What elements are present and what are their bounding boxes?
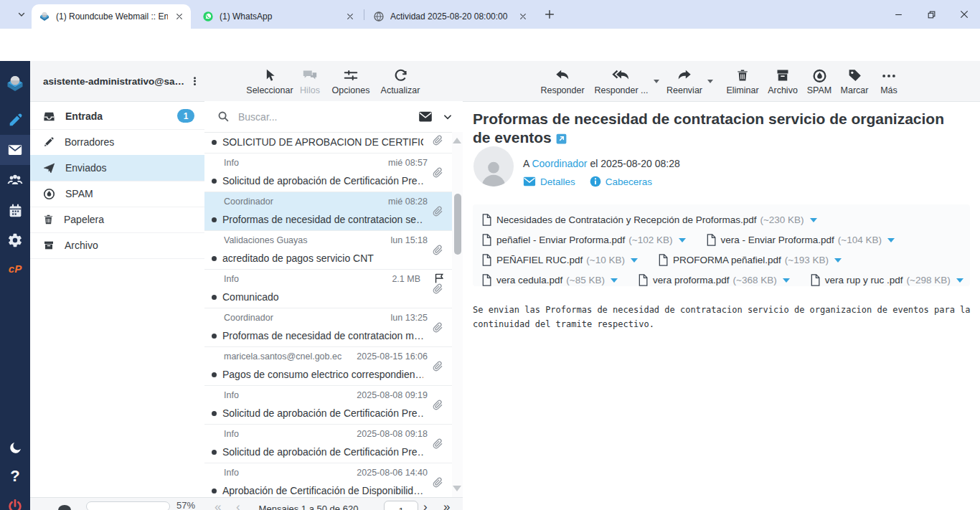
folder-sent[interactable]: Enviados [30,155,204,181]
unread-indicator [212,295,217,300]
message-row-selected[interactable]: Coordinadormié 08:28 Proformas de necesi… [204,192,452,231]
first-page-button[interactable]: « [215,500,220,510]
attachment-paperclip-icon [432,244,443,256]
page-number-input[interactable] [384,501,418,510]
threads-icon [292,66,328,83]
attachment-menu-caret[interactable] [810,218,817,222]
next-page-button[interactable]: › [423,500,427,510]
search-scope-envelope-icon[interactable] [418,111,433,123]
dark-mode-moon-icon[interactable] [0,433,30,463]
message-row[interactable]: Info2.1 MB Comunicado [204,270,452,308]
folder-archive[interactable]: Archivo [30,232,204,259]
archive-button[interactable]: Archivo [761,66,804,95]
unread-indicator [212,488,217,494]
contacts-nav-icon[interactable] [0,165,30,195]
open-in-new-window-icon[interactable] [556,133,567,144]
message-row[interactable]: Info2025-08-06 14:40 Aprobación de Certi… [204,463,452,497]
tab-roundcube[interactable]: (1) Roundcube Webmail :: Envia [32,4,191,29]
attachment-item[interactable]: vera proforma.pdf (~368 KB) [638,274,790,286]
attachment-item[interactable]: vera cedula.pdf (~85 KB) [481,274,618,286]
send-icon [43,162,55,174]
account-menu-kebab-icon[interactable] [189,74,200,88]
tab-close-icon[interactable] [517,11,529,22]
attachment-paperclip-icon [432,205,443,217]
search-options-chevron-icon[interactable] [443,112,453,122]
settings-gear-icon[interactable] [0,225,30,255]
attachment-menu-caret[interactable] [783,278,790,283]
scrollbar-thumb[interactable] [454,194,461,255]
pdf-file-icon [658,254,668,266]
forward-button[interactable]: Reenviar [661,66,708,95]
refresh-button[interactable]: Actualizar [374,66,427,95]
attachment-menu-caret[interactable] [956,278,963,283]
folder-drafts[interactable]: Borradores [30,129,204,156]
attachment-paperclip-icon [432,399,443,411]
list-scrollbar[interactable] [452,132,463,497]
details-toggle[interactable]: Detalles [523,176,575,187]
last-page-button[interactable]: » [443,500,449,510]
attachment-menu-caret[interactable] [631,258,638,263]
attachment-menu-caret[interactable] [679,238,686,242]
search-input[interactable] [237,110,418,123]
help-icon[interactable]: ? [0,461,30,491]
more-button[interactable]: Más [869,66,909,95]
cpanel-icon[interactable]: cP [0,253,30,283]
app-rail: cP ? [0,61,30,510]
folder-spam[interactable]: SPAM [30,181,204,207]
reply-button[interactable]: Responder [534,66,590,95]
attachment-menu-caret[interactable] [611,278,618,283]
window-close-button[interactable] [953,6,976,23]
attachment-paperclip-icon [432,438,443,450]
spam-button[interactable]: SPAM [800,66,839,95]
reply-all-dropdown-caret[interactable] [654,80,659,83]
options-button[interactable]: Opciones [325,66,377,95]
message-row[interactable]: Infomié 08:57 Solicitud de aprobación de… [204,154,452,192]
attachment-paperclip-icon [432,283,443,295]
message-row[interactable]: Info2025-08-08 09:19 Solicitud de aproba… [204,386,452,425]
attachment-item[interactable]: peñafiel - Enviar Proforma.pdf (~102 KB) [481,234,686,246]
scroll-down-icon[interactable] [453,486,461,491]
compose-icon[interactable] [0,105,30,136]
forward-dropdown-caret[interactable] [707,80,713,83]
attachment-item[interactable]: PROFORMA peñafiel.pdf (~193 KB) [658,254,842,266]
message-row[interactable]: SOLICITUD DE APROBACION DE CERTIFICA… [204,132,452,154]
threads-button[interactable]: Hilos [292,66,328,95]
folder-inbox[interactable]: Entrada 1 [30,103,204,130]
prev-page-button[interactable]: ‹ [236,500,240,510]
message-row[interactable]: Coordinadorlun 13:25 Proformas de necesi… [204,308,452,347]
message-row[interactable]: maricela.santos@cnel.gob.ec2025-08-15 16… [204,347,452,386]
scroll-up-icon[interactable] [453,138,461,143]
recipient-link[interactable]: Coordinador [532,158,587,169]
reply-all-button[interactable]: Responder ... [590,66,652,95]
attachment-menu-caret[interactable] [887,238,895,242]
unread-indicator [212,256,217,261]
attachment-menu-caret[interactable] [834,258,842,263]
logout-power-icon[interactable] [0,491,30,510]
headers-toggle[interactable]: Cabeceras [590,176,652,187]
attachment-item[interactable]: vera rup y ruc .pdf (~298 KB) [810,274,963,286]
attachment-item[interactable]: vera - Enviar Proforma.pdf (~104 KB) [706,234,895,246]
tab-actividad[interactable]: Actividad 2025-08-20 08:00:00 [366,4,534,29]
attachment-item[interactable]: PEÑAFIEL RUC.pdf (~10 KB) [481,254,638,266]
message-row[interactable]: Info2025-08-08 09:18 Solicitud de aproba… [204,425,452,463]
window-restore-button[interactable] [920,6,943,23]
folder-trash[interactable]: Papelera [30,207,204,233]
attachment-paperclip-icon [432,360,443,372]
new-tab-button[interactable] [544,9,555,20]
window-minimize-button[interactable] [887,6,910,23]
message-row[interactable]: Validaciones Guayaslun 15:18 acreditado … [204,231,452,270]
quota-percent: 57% [176,500,195,510]
recipient-line: A Coordinador el 2025-08-20 08:28 [523,158,680,169]
mail-nav-icon[interactable] [0,135,30,165]
attachment-item[interactable]: Necesidades de Contratación y Recepción … [481,214,817,226]
browser-tabstrip: (1) Roundcube Webmail :: Envia (1) Whats… [0,0,980,29]
fireball-icon [800,66,839,83]
tab-list-chevron-icon[interactable] [17,10,26,19]
pagination-bar: « ‹ Mensajes 1 a 50 de 620 › » [204,497,463,510]
tab-close-icon[interactable] [174,11,185,22]
reply-icon [534,66,590,83]
tab-close-icon[interactable] [344,11,356,22]
calendar-nav-icon[interactable] [0,195,30,225]
forward-icon [661,66,708,83]
tab-whatsapp[interactable]: (1) WhatsApp [195,4,362,29]
